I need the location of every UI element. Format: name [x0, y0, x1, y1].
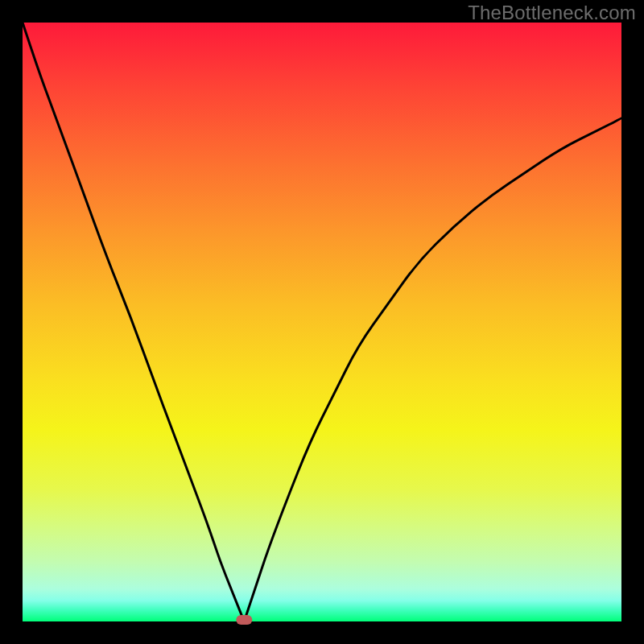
minimum-marker	[236, 615, 252, 625]
chart-frame: TheBottleneck.com	[0, 0, 644, 644]
bottleneck-curve	[23, 23, 621, 621]
watermark: TheBottleneck.com	[468, 2, 636, 24]
chart-canvas	[23, 23, 621, 621]
